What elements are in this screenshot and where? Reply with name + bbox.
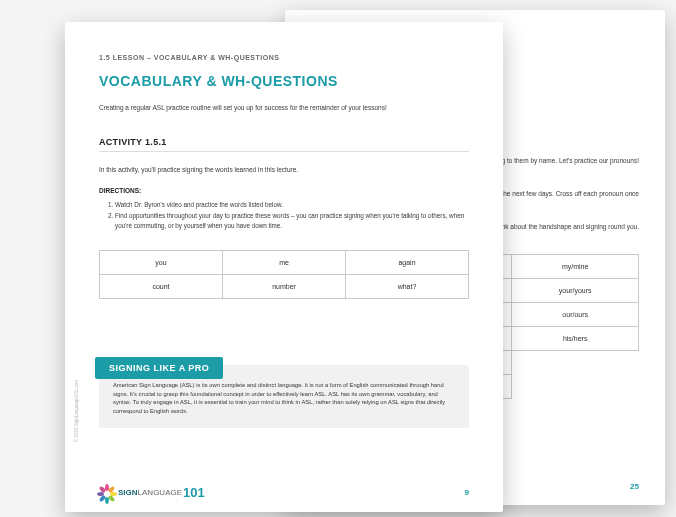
- flower-icon: [99, 484, 115, 500]
- direction-item: Watch Dr. Byron's video and practice the…: [115, 200, 469, 209]
- intro-text: Creating a regular ASL practice routine …: [99, 103, 469, 113]
- back-page-number: 25: [630, 482, 639, 491]
- pronoun-cell: my/mine: [512, 255, 639, 279]
- vocab-cell: again: [346, 251, 469, 275]
- copyright: © 2023 SignLanguage101.com: [74, 380, 79, 442]
- logo: SIGNLANGUAGE101: [99, 484, 205, 500]
- vocab-cell: what?: [346, 275, 469, 299]
- logo-sign: SIGN: [118, 488, 138, 497]
- pronoun-cell: his/hers: [512, 327, 639, 351]
- activity-title: ACTIVITY 1.5.1: [99, 137, 469, 152]
- pronoun-cell-empty: [512, 351, 639, 375]
- vocab-cell: me: [223, 251, 346, 275]
- vocab-cell: you: [100, 251, 223, 275]
- front-footer: SIGNLANGUAGE101 9: [65, 484, 503, 500]
- logo-lang: LANGUAGE: [138, 488, 182, 497]
- directions-list: Watch Dr. Byron's video and practice the…: [99, 200, 469, 230]
- directions-label: DIRECTIONS:: [99, 187, 469, 194]
- vocab-table: you me again count number what?: [99, 250, 469, 299]
- activity-intro: In this activity, you'll practice signin…: [99, 166, 469, 173]
- front-page-number: 9: [465, 488, 469, 497]
- page-title: VOCABULARY & WH-QUESTIONS: [99, 73, 469, 89]
- vocab-cell: count: [100, 275, 223, 299]
- pronoun-cell: our/ours: [512, 303, 639, 327]
- pronoun-cell-empty: [512, 375, 639, 399]
- front-page: 1.5 LESSON – VOCABULARY & WH-QUESTIONS V…: [65, 22, 503, 512]
- vocab-cell: number: [223, 275, 346, 299]
- pronoun-cell: your/yours: [512, 279, 639, 303]
- direction-item: Find opportunities throughout your day t…: [115, 211, 469, 230]
- logo-num: 101: [183, 485, 205, 500]
- logo-text: SIGNLANGUAGE101: [118, 485, 205, 500]
- pro-text: American Sign Language (ASL) is its own …: [113, 381, 455, 416]
- pro-section: SIGNING LIKE A PRO American Sign Languag…: [99, 349, 469, 428]
- pro-tag: SIGNING LIKE A PRO: [95, 357, 223, 379]
- lesson-tag: 1.5 LESSON – VOCABULARY & WH-QUESTIONS: [99, 54, 469, 61]
